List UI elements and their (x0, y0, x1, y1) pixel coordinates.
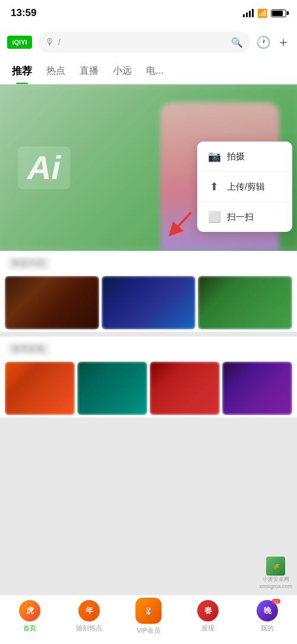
svg-line-1 (173, 212, 191, 231)
scan-label: 扫一扫 (227, 212, 254, 223)
add-icon[interactable]: ＋ (277, 33, 290, 51)
dropdown-menu: 📷 拍摄 ⬆ 上传/剪辑 ⬜ 扫一扫 (197, 142, 292, 232)
dropdown-item-shoot[interactable]: 📷 拍摄 (197, 142, 292, 172)
tab-navigation: 推荐 热点 直播 小远 电... (0, 58, 297, 84)
vip-icon: 🐰 (135, 598, 162, 624)
tab-hot[interactable]: 热点 (39, 58, 72, 84)
tab-xiaoyuan[interactable]: 小远 (106, 58, 139, 84)
scan-icon: ⬜ (208, 211, 220, 224)
mine-label: 我的 (261, 624, 274, 633)
status-time: 13:59 (11, 7, 36, 19)
main-content: Ai 精彩内容 推荐剧集 (0, 84, 297, 595)
discover-label: 发现 (201, 624, 214, 633)
upload-icon: ⬆ (208, 180, 220, 193)
bottom-navigation: 虎 首页 年 随刻热点 🐰 VIP会员 春 发现 晚 11 我的 (0, 595, 297, 644)
shoot-label: 拍摄 (227, 151, 245, 162)
status-icons: 📶 (243, 8, 286, 18)
search-placeholder: / (58, 37, 228, 47)
vip-label: VIP会员 (137, 626, 160, 635)
home-icon: 虎 (19, 600, 40, 621)
iqiyi-logo[interactable]: iQIYI (7, 36, 32, 49)
hot-label: 随刻热点 (76, 624, 102, 633)
nav-item-mine[interactable]: 晚 11 我的 (238, 600, 297, 633)
tab-live[interactable]: 直播 (72, 58, 106, 84)
nav-item-home[interactable]: 虎 首页 (0, 600, 59, 633)
search-bar[interactable]: 🎙 / 🔍 (38, 32, 250, 53)
status-bar: 13:59 📶 (0, 0, 297, 26)
upload-label: 上传/剪辑 (227, 181, 265, 193)
nav-item-discover[interactable]: 春 发现 (178, 600, 238, 633)
dropdown-item-scan[interactable]: ⬜ 扫一扫 (197, 202, 292, 232)
nav-item-vip[interactable]: 🐰 VIP会员 (119, 600, 178, 635)
red-arrow (162, 206, 197, 242)
mine-badge: 11 (272, 599, 280, 604)
microphone-icon[interactable]: 🎙 (45, 37, 55, 48)
home-label: 首页 (23, 624, 36, 633)
dropdown-overlay[interactable]: 📷 拍摄 ⬆ 上传/剪辑 ⬜ 扫一扫 (0, 84, 297, 595)
dropdown-item-upload[interactable]: ⬆ 上传/剪辑 (197, 172, 292, 202)
history-icon[interactable]: 🕐 (256, 35, 271, 49)
nav-item-hot[interactable]: 年 随刻热点 (59, 600, 119, 633)
hot-icon: 年 (78, 600, 100, 621)
discover-icon: 春 (197, 600, 219, 621)
search-icon[interactable]: 🔍 (231, 37, 243, 48)
wifi-icon: 📶 (257, 8, 267, 18)
header: iQIYI 🎙 / 🔍 🕐 ＋ (0, 26, 297, 58)
mine-icon-wrap: 晚 11 (257, 600, 278, 621)
tab-tv[interactable]: 电... (139, 58, 170, 84)
battery-icon (271, 10, 286, 17)
tab-recommend[interactable]: 推荐 (5, 58, 39, 84)
signal-icon (243, 9, 254, 17)
camera-icon: 📷 (208, 150, 220, 163)
